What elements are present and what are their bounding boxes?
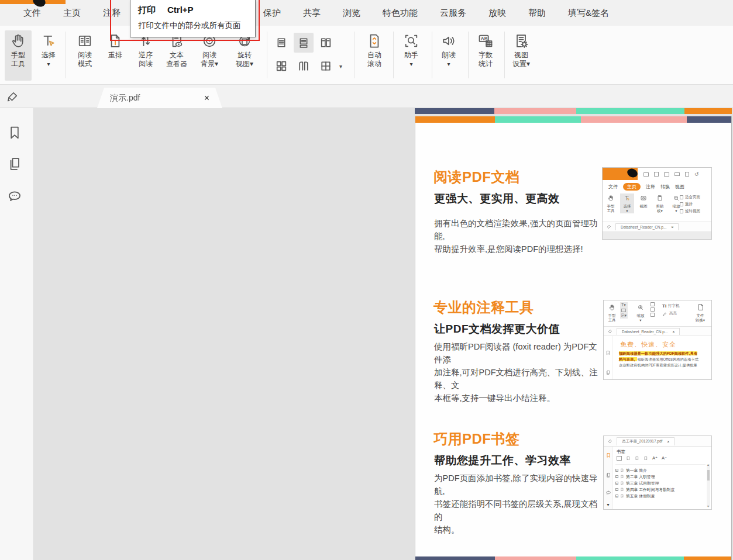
document-tab-close-icon[interactable]: × [204, 93, 209, 103]
menu-tab-file[interactable]: 文件 [23, 8, 41, 19]
mini3-font-increase: A⁺ [652, 455, 658, 461]
pdf-page: 阅读PDF文档 更强大、更实用、更高效 拥有出色的文档渲染效果,强大的页面管理功… [415, 116, 732, 560]
mini-tab-home-active: 主页 [623, 183, 641, 191]
print-tooltip: 打印 Ctrl+P 打印文件中的部分或所有页面 [130, 0, 256, 37]
ribbon-separator [504, 32, 505, 78]
mini3-tree-expand-icon: + [615, 482, 618, 485]
reverse-read-button[interactable]: 逆序阅读 [132, 30, 159, 81]
mini2-page-group [651, 302, 655, 317]
pen-edit-icon[interactable] [5, 89, 20, 104]
menu-tabs: 文件 主页 注释 保护 共享 浏览 特色功能 云服务 放映 帮助 填写&签名 [23, 8, 609, 19]
menu-tab-home[interactable]: 主页 [63, 8, 81, 19]
mini2-typewriter-group: TI 打字机 高亮 [662, 303, 680, 316]
view-settings-label: 视图设置▾ [512, 51, 530, 68]
read-background-label: 阅读背景▾ [201, 51, 218, 68]
mini2-hand-icon [608, 304, 615, 311]
page-top-stripes [415, 116, 731, 123]
mini2-plain-text-3: 企业和政府机构的PDF查看需求而设计,提供批量 [619, 362, 710, 368]
mini2-highlight-icon [662, 311, 667, 316]
mini2-pen-icon [607, 329, 613, 334]
mini3-bookmark-item: + 第四章 工作时间与考勤制度 [615, 486, 706, 493]
mini3-bookmark-list: + 第一章 简介 + 第二章 入职管理 + 第三章 试用期管理 [615, 464, 706, 499]
layout-continuous-button[interactable] [294, 33, 314, 53]
continuous-facing-icon [276, 61, 287, 71]
menu-tab-fill-sign[interactable]: 填写&签名 [568, 8, 609, 19]
mini2-doc-tab: Datasheet_Reader_CN.p...× [617, 328, 680, 335]
layout-split-button[interactable] [316, 56, 336, 76]
mini2-convert-tool: 文件转换▾ [691, 303, 709, 323]
mini3-scrollbar: ▲ ▼ [707, 464, 710, 507]
menu-tab-comment[interactable]: 注释 [103, 8, 121, 19]
layout-dropdown-arrow[interactable]: ▾ [339, 63, 342, 70]
comments-panel-icon[interactable] [6, 188, 23, 205]
facing-page-icon [321, 37, 331, 48]
mini3-bm-prev-icon [643, 456, 648, 461]
mini2-zoom-tool: 缩放▾ [634, 303, 647, 323]
stripe-pink [581, 116, 687, 123]
mini-hand-tool: 手型工具 [604, 193, 618, 213]
screenshot-bookmark-ui: 员工手册_20120917.pdf× ▼ 书签 A⁺ A⁻ [603, 435, 712, 510]
mini3-bm-next-icon [635, 456, 639, 461]
mini3-panel-title: 书签 [617, 449, 625, 455]
read-aloud-button[interactable]: 朗读▾ [435, 30, 462, 81]
stripe-pink [494, 108, 576, 114]
menu-tab-present[interactable]: 放映 [488, 8, 506, 19]
mini2-bookmark-icon [605, 350, 611, 355]
layout-continuous-facing-button[interactable] [271, 56, 291, 76]
select-tool-button[interactable]: 选择▾ [35, 30, 62, 81]
menu-tab-share[interactable]: 共享 [303, 8, 321, 19]
mini3-tabstrip: 员工手册_20120917.pdf× [604, 436, 711, 447]
view-settings-button[interactable]: 视图设置▾ [507, 30, 536, 81]
mini2-rail [604, 336, 612, 379]
menu-tab-browse[interactable]: 浏览 [343, 8, 360, 19]
reverse-read-label: 逆序阅读 [139, 51, 153, 68]
mini3-rail: ▼ [604, 447, 613, 509]
mini-print-icon [664, 172, 669, 177]
mini3-item-bookmark-icon [620, 475, 624, 479]
menu-tab-cloud[interactable]: 云服务 [440, 8, 466, 19]
layout-facing-button[interactable] [316, 33, 336, 53]
section1-subtitle: 更强大、更实用、更高效 [434, 191, 560, 206]
mini2-typewriter-icon: TI [662, 303, 666, 309]
read-mode-button[interactable]: 阅读模式 [71, 30, 99, 81]
single-page-icon [276, 37, 287, 48]
auto-scroll-icon [366, 33, 383, 49]
split-view-icon [321, 61, 331, 71]
separate-cover-icon [298, 61, 309, 71]
bookmarks-panel-icon[interactable] [6, 125, 23, 141]
mini2-doc-heading: 免费、快速、安全 [620, 340, 676, 349]
pages-panel-icon[interactable] [6, 156, 23, 172]
stripe-navy [415, 556, 495, 560]
mini2-highlighted-text-2: 档与表单。 [619, 357, 637, 361]
word-count-button[interactable]: AB 字数统计 [472, 30, 500, 81]
layout-single-page-button[interactable] [271, 33, 291, 53]
mini-menu-tabs: 文件 主页 注释 转换 视图 [608, 183, 684, 191]
document-canvas[interactable]: 阅读PDF文档 更强大、更实用、更高效 拥有出色的文档渲染效果,强大的页面管理功… [34, 108, 733, 560]
reflow-button[interactable]: 重排 [102, 30, 129, 81]
mini-toolbar2: 手型工具 T▾ ⎘▾ 缩放▾ [604, 300, 711, 325]
menu-tab-features[interactable]: 特色功能 [383, 8, 418, 19]
document-tab[interactable]: 演示.pdf × [97, 88, 222, 108]
text-viewer-button[interactable]: 文本查看器 [161, 30, 192, 81]
auto-scroll-button[interactable]: 自动滚动 [360, 30, 388, 81]
mini-fit-page-icon [680, 195, 683, 199]
assistant-button[interactable]: 助手▾ [398, 30, 425, 81]
hand-tool-button[interactable]: 手型工具 [5, 30, 32, 81]
auto-scroll-label: 自动滚动 [367, 51, 381, 68]
mini3-item-bookmark-icon [620, 494, 624, 498]
mini-tab-view: 视图 [675, 184, 684, 190]
rotate-view-button[interactable]: 旋转视图▾ [229, 30, 260, 81]
page-bottom-stripes [415, 556, 731, 560]
section2-subtitle: 让PDF文档发挥更大价值 [434, 322, 560, 337]
menu-tab-protect[interactable]: 保护 [263, 8, 281, 19]
menu-tab-help[interactable]: 帮助 [528, 8, 546, 19]
layout-separate-cover-button[interactable] [294, 56, 314, 76]
section1-title: 阅读PDF文档 [433, 168, 520, 186]
mini3-bookmark-item: + 第一章 简介 [615, 467, 706, 473]
mini-snapshot-tool: 截图 [636, 193, 651, 213]
read-background-button[interactable]: 阅读背景▾ [194, 30, 225, 81]
assistant-icon [403, 33, 419, 49]
mini3-tree-expand-icon: + [615, 488, 618, 491]
speaker-icon [441, 33, 457, 49]
menu-bar: 文件 主页 注释 保护 共享 浏览 特色功能 云服务 放映 帮助 填写&签名 [0, 0, 733, 26]
